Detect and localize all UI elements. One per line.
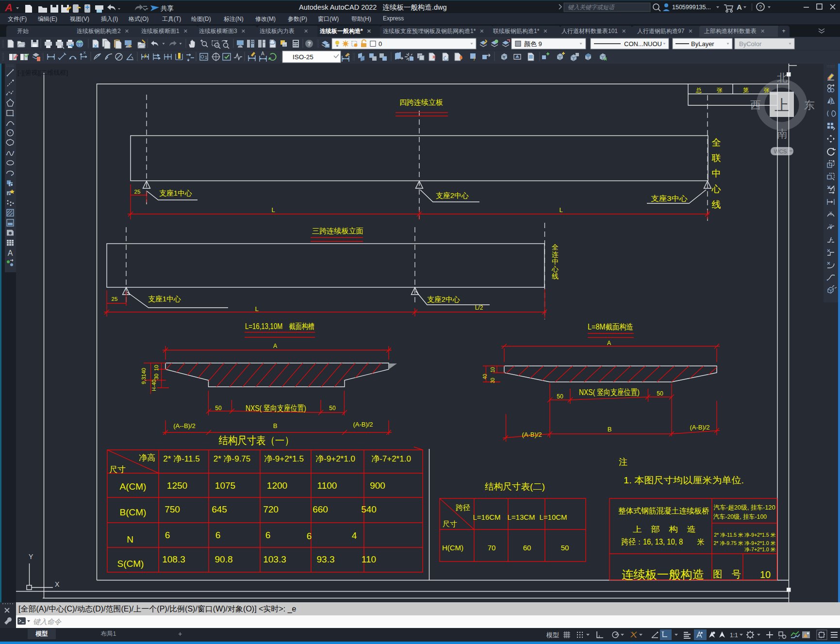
svg-text:2* 净-9.75: 2* 净-9.75: [214, 454, 251, 463]
svg-text:支座1中心: 支座1中心: [159, 189, 192, 197]
svg-text:全: 全: [552, 243, 559, 251]
svg-text:6: 6: [215, 530, 221, 540]
svg-text:L=8M截面构造: L=8M截面构造: [588, 323, 633, 331]
svg-text:4: 4: [352, 530, 357, 541]
svg-text:四跨连续立板: 四跨连续立板: [399, 98, 443, 106]
svg-text:联: 联: [711, 153, 721, 163]
svg-text:注: 注: [619, 457, 627, 467]
svg-text:净-7+2*1.0 米: 净-7+2*1.0 米: [744, 546, 775, 552]
svg-text:线: 线: [552, 272, 559, 280]
svg-text:25: 25: [112, 296, 118, 302]
svg-text:720: 720: [263, 504, 279, 514]
svg-text:750: 750: [165, 504, 180, 514]
svg-text:S(CM): S(CM): [117, 559, 144, 569]
svg-text:中: 中: [712, 168, 721, 179]
svg-text:线: 线: [712, 199, 721, 210]
svg-text:净-7+2*1.0: 净-7+2*1.0: [371, 454, 411, 463]
svg-text:[-][俯视][二维线框]: [-][俯视][二维线框]: [17, 69, 68, 76]
svg-text:2* 净-11.5 米 净-9+2*1.5 米: 2* 净-11.5 米 净-9+2*1.5 米: [714, 532, 775, 538]
svg-text:0: 0: [379, 40, 382, 48]
svg-text:2* 净-11.5: 2* 净-11.5: [163, 454, 199, 463]
svg-text:ByColor: ByColor: [739, 40, 762, 48]
svg-text:B: B: [608, 426, 612, 433]
svg-text:30: 30: [490, 378, 495, 383]
svg-text:1100: 1100: [317, 480, 337, 491]
svg-text:连: 连: [552, 250, 559, 258]
svg-text:南: 南: [777, 128, 788, 140]
svg-text:93.3: 93.3: [317, 554, 335, 564]
svg-text:张: 张: [717, 87, 723, 94]
svg-text:A(CM): A(CM): [120, 481, 147, 492]
svg-text:1: 1: [205, 55, 207, 60]
svg-text:H(CM): H(CM): [442, 544, 463, 552]
svg-text:心: 心: [551, 265, 559, 273]
svg-text:汽车-20级, 挂车-100: 汽车-20级, 挂车-100: [713, 513, 767, 520]
svg-text:60: 60: [523, 544, 531, 552]
svg-text:540: 540: [361, 504, 377, 514]
svg-text:键入关键字或短语: 键入关键字或短语: [568, 4, 615, 11]
svg-text:CON...NUOU: CON...NUOU: [624, 40, 662, 48]
svg-text:共享: 共享: [161, 5, 174, 12]
svg-text:N: N: [127, 534, 133, 545]
svg-text:6: 6: [165, 530, 170, 540]
svg-text:东: 东: [804, 99, 815, 111]
svg-text:110: 110: [362, 554, 376, 564]
svg-text:整体式钢筋混凝土连续板桥: 整体式钢筋混凝土连续板桥: [618, 507, 709, 515]
svg-text:(A-B)/2: (A-B)/2: [353, 421, 373, 428]
svg-text:支座3中心: 支座3中心: [651, 194, 688, 202]
svg-text:40: 40: [482, 374, 488, 380]
svg-text:50: 50: [657, 390, 663, 397]
svg-text:?: ?: [759, 4, 762, 10]
svg-text:三跨连续板立面: 三跨连续板立面: [312, 227, 363, 235]
svg-text:50: 50: [557, 393, 563, 400]
svg-text:L: L: [255, 305, 258, 313]
svg-text:支座1中心: 支座1中心: [148, 295, 181, 303]
svg-text:H-40: H-40: [151, 380, 157, 391]
svg-text:支座2中心: 支座2中心: [436, 191, 469, 199]
svg-text:A: A: [261, 51, 264, 56]
svg-text:X: X: [83, 51, 86, 54]
svg-text:Y: Y: [29, 553, 33, 561]
svg-text:(A-B)/2: (A-B)/2: [522, 431, 542, 438]
svg-text:B: B: [273, 422, 278, 429]
svg-text:NXS( 竖向支座位置): NXS( 竖向支座位置): [579, 388, 640, 397]
svg-text:NXS( 竖向支座位置): NXS( 竖向支座位置): [246, 404, 306, 413]
svg-text:30: 30: [153, 374, 159, 380]
svg-text:1075: 1075: [215, 480, 235, 491]
svg-text:ByLayer: ByLayer: [691, 40, 714, 48]
svg-text:50: 50: [215, 405, 222, 412]
svg-text:结构尺寸表(二): 结构尺寸表(二): [485, 481, 545, 492]
svg-text:北: 北: [777, 72, 788, 84]
svg-text:总: 总: [695, 87, 702, 94]
svg-text:净-9+2*1.5: 净-9+2*1.5: [264, 454, 304, 463]
svg-text:108.3: 108.3: [162, 554, 185, 564]
svg-text:645: 645: [212, 504, 227, 514]
svg-text:9,3140: 9,3140: [141, 368, 147, 384]
svg-text:模型: 模型: [546, 631, 559, 639]
svg-text:跨径：16, 13, 10, 8 米: 跨径：16, 13, 10, 8 米: [622, 538, 705, 546]
svg-text:1. 本图尺寸均以厘米为单位.: 1. 本图尺寸均以厘米为单位.: [624, 475, 744, 485]
svg-text:90.8: 90.8: [215, 554, 233, 564]
svg-text:净-9+2*1.0: 净-9+2*1.0: [315, 454, 355, 463]
svg-text:L=13CM: L=13CM: [507, 513, 535, 521]
svg-text:L=16CM: L=16CM: [473, 513, 500, 521]
svg-text:尺寸: 尺寸: [109, 465, 126, 474]
svg-text:A: A: [8, 249, 13, 257]
svg-text:L=10CM: L=10CM: [539, 513, 567, 521]
svg-text:50: 50: [561, 544, 569, 552]
svg-text:全: 全: [712, 137, 721, 148]
svg-text:跨径: 跨径: [456, 503, 470, 512]
svg-text:A: A: [607, 340, 611, 347]
svg-text:WCS: WCS: [774, 149, 787, 154]
svg-text:上 部 构 造: 上 部 构 造: [633, 525, 696, 533]
svg-text:第: 第: [743, 87, 749, 94]
svg-text:(A--B)/2: (A--B)/2: [173, 422, 196, 429]
svg-text:25: 25: [134, 189, 141, 195]
svg-text:900: 900: [370, 480, 385, 491]
svg-text:中: 中: [552, 258, 559, 265]
svg-text:结构尺寸表（一）: 结构尺寸表（一）: [219, 434, 294, 446]
svg-text:净高: 净高: [139, 453, 155, 462]
svg-text:ISO-25: ISO-25: [293, 53, 313, 61]
svg-text:支座2中心: 支座2中心: [427, 295, 460, 303]
svg-text:张: 张: [764, 87, 770, 94]
